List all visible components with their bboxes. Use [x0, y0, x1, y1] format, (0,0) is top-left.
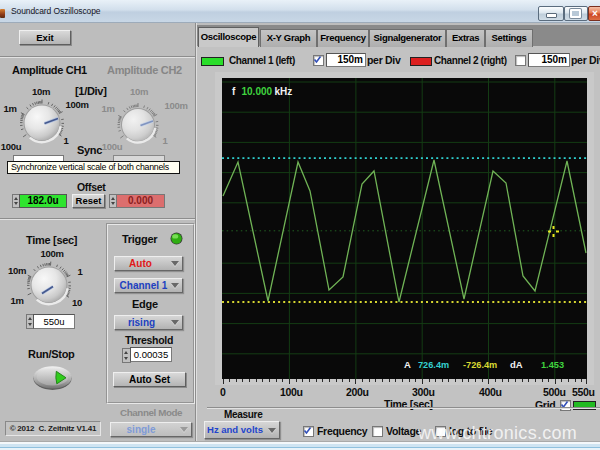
svg-text:A: A: [404, 359, 411, 370]
svg-text:726.4m: 726.4m: [418, 360, 449, 370]
svg-text:1.453: 1.453: [541, 360, 564, 370]
svg-text:kHz: kHz: [275, 86, 293, 97]
svg-text:dA: dA: [510, 359, 523, 370]
svg-text:-726.4m: -726.4m: [463, 360, 497, 370]
svg-text:10.000: 10.000: [242, 86, 273, 97]
